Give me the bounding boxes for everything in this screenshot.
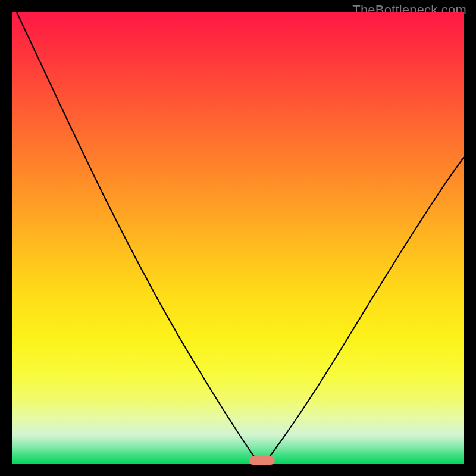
plot-area [12,12,464,464]
curve-left [14,6,262,464]
minimum-marker [249,456,275,465]
curve-right [262,155,466,464]
chart-frame: TheBottleneck.com [0,0,476,476]
bottleneck-curve [12,12,464,464]
